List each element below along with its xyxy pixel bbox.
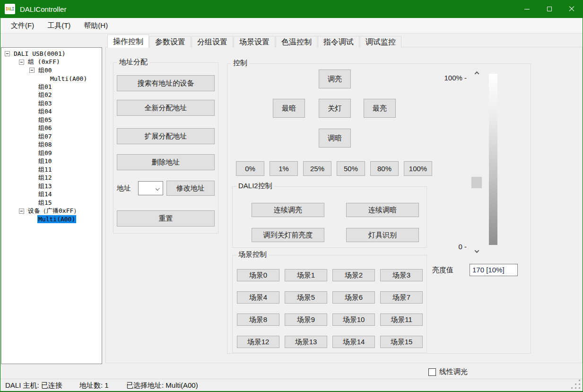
- scene-button[interactable]: 场景0: [237, 269, 279, 281]
- tab[interactable]: 参数设置: [149, 36, 191, 47]
- assign-new-address-button[interactable]: 全新分配地址: [117, 100, 215, 116]
- scene-button[interactable]: 场景15: [380, 336, 423, 348]
- goto-last-level-button[interactable]: 调到关灯前亮度: [252, 228, 324, 242]
- tree-item-label: 组00: [37, 66, 53, 75]
- tree-item[interactable]: 组08: [1, 141, 102, 149]
- tree-item[interactable]: DALI USB(0001): [1, 50, 102, 58]
- resize-grip[interactable]: [579, 380, 580, 381]
- tree-item[interactable]: 组06: [1, 124, 102, 133]
- tree-item[interactable]: Multi(A00): [1, 75, 102, 83]
- lamp-off-button[interactable]: 关灯: [319, 99, 351, 118]
- scene-button[interactable]: 场景6: [332, 291, 375, 304]
- tree-collapse-icon[interactable]: [19, 60, 24, 65]
- continuous-dim-up-button[interactable]: 连续调亮: [252, 203, 324, 217]
- status-address-count: 地址数: 1: [79, 381, 109, 390]
- scroll-down-button[interactable]: [470, 247, 483, 255]
- percent-button[interactable]: 25%: [303, 161, 331, 176]
- tree-item-label: Multi(A00): [49, 75, 88, 83]
- brightness-gradient-bar: [489, 74, 497, 245]
- menu-item[interactable]: 帮助(H): [77, 18, 114, 33]
- address-combo[interactable]: [138, 181, 163, 195]
- percent-button[interactable]: 80%: [370, 161, 399, 176]
- tree-item[interactable]: 组02: [1, 91, 102, 100]
- brightness-bottom-label: 0 -: [432, 243, 467, 251]
- tabstrip: 操作控制参数设置分组设置场景设置色温控制指令调试调试监控: [107, 35, 402, 47]
- scene-button[interactable]: 场景9: [285, 314, 327, 326]
- close-button[interactable]: [560, 0, 583, 18]
- linear-dimming-checkbox[interactable]: [428, 368, 436, 376]
- tree-item[interactable]: 组14: [1, 191, 102, 199]
- min-brightness-button[interactable]: 最暗: [273, 99, 305, 118]
- menu-item[interactable]: 工具(T): [41, 18, 77, 33]
- maximize-icon: [547, 7, 552, 11]
- tree-item[interactable]: 组05: [1, 116, 102, 124]
- titlebar: DALI DALIController: [0, 0, 583, 18]
- delete-address-button[interactable]: 删除地址: [117, 154, 215, 170]
- scene-button[interactable]: 场景14: [332, 336, 375, 348]
- tab[interactable]: 场景设置: [234, 36, 275, 47]
- scroll-up-button[interactable]: [470, 69, 483, 77]
- dim-down-button[interactable]: 调暗: [319, 129, 351, 148]
- scrollbar-thumb[interactable]: [471, 177, 482, 188]
- percent-button[interactable]: 50%: [337, 161, 365, 176]
- reset-button[interactable]: 重置: [117, 210, 215, 226]
- scene-button[interactable]: 场景11: [380, 314, 423, 326]
- scene-group-title: 场景控制: [236, 250, 269, 259]
- device-tree: DALI USB(0001) 组 (0xFF) 组00 Multi(A00) 组…: [1, 47, 102, 364]
- tree-item[interactable]: 设备（广播0xFF）: [1, 207, 102, 216]
- modify-address-button[interactable]: 修改地址: [166, 181, 215, 196]
- tab[interactable]: 调试监控: [360, 36, 401, 47]
- scene-button[interactable]: 场景12: [237, 336, 279, 348]
- minimize-icon: [524, 9, 530, 9]
- tree-collapse-icon[interactable]: [29, 68, 35, 73]
- tree-item[interactable]: 组 (0xFF): [1, 58, 102, 67]
- scene-button[interactable]: 场景3: [380, 269, 423, 281]
- tab[interactable]: 操作控制: [107, 35, 149, 48]
- scene-button[interactable]: 场景13: [285, 336, 327, 348]
- tree-item[interactable]: Multi(A00): [1, 215, 102, 224]
- scene-button[interactable]: 场景10: [332, 314, 375, 326]
- scene-button[interactable]: 场景7: [380, 291, 423, 304]
- tree-item[interactable]: 组09: [1, 149, 102, 157]
- tree-item[interactable]: 组15: [1, 199, 102, 207]
- continuous-dim-down-button[interactable]: 连续调暗: [346, 203, 419, 217]
- max-brightness-button[interactable]: 最亮: [364, 99, 396, 118]
- tree-item[interactable]: 组13: [1, 182, 102, 191]
- scene-button[interactable]: 场景5: [285, 291, 327, 304]
- tree-item[interactable]: 组12: [1, 174, 102, 183]
- tree-item[interactable]: 组07: [1, 132, 102, 141]
- menubar: 文件(F)工具(T)帮助(H): [0, 18, 583, 34]
- maximize-button[interactable]: [538, 0, 560, 18]
- lamp-identify-button[interactable]: 灯具识别: [346, 228, 419, 242]
- tree-collapse-icon[interactable]: [19, 209, 24, 214]
- minimize-button[interactable]: [516, 0, 538, 18]
- percent-button[interactable]: 100%: [404, 161, 432, 176]
- tab[interactable]: 指令调试: [318, 36, 359, 47]
- address-label: 地址: [117, 184, 131, 193]
- menu-item[interactable]: 文件(F): [4, 18, 41, 33]
- tree-item[interactable]: 组01: [1, 83, 102, 91]
- tree-collapse-icon[interactable]: [5, 51, 10, 56]
- brightness-scrollbar[interactable]: [470, 68, 483, 256]
- tree-item[interactable]: 组11: [1, 166, 102, 174]
- tree-item[interactable]: 组04: [1, 108, 102, 116]
- search-addressed-devices-button[interactable]: 搜索有地址的设备: [117, 75, 215, 91]
- dim-up-button[interactable]: 调亮: [319, 70, 351, 88]
- tree-item[interactable]: 组10: [1, 157, 102, 166]
- scene-button[interactable]: 场景1: [285, 269, 327, 281]
- percent-button-row: 0%1%25%50%80%100%: [236, 161, 432, 176]
- address-group-title: 地址分配: [117, 58, 149, 67]
- chevron-down-icon: [474, 248, 479, 253]
- brightness-top-label: 100% -: [432, 74, 467, 82]
- tree-item[interactable]: 组03: [1, 99, 102, 108]
- assign-extended-address-button[interactable]: 扩展分配地址: [117, 128, 215, 144]
- tab[interactable]: 分组设置: [191, 36, 233, 47]
- brightness-value-field[interactable]: 170 [10%]: [470, 264, 518, 276]
- tab[interactable]: 色温控制: [276, 36, 317, 47]
- percent-button[interactable]: 0%: [236, 161, 264, 176]
- scene-button[interactable]: 场景8: [237, 314, 279, 326]
- tree-item[interactable]: 组00: [1, 66, 102, 75]
- scene-button[interactable]: 场景4: [237, 291, 279, 304]
- percent-button[interactable]: 1%: [270, 161, 298, 176]
- scene-button[interactable]: 场景2: [332, 269, 375, 281]
